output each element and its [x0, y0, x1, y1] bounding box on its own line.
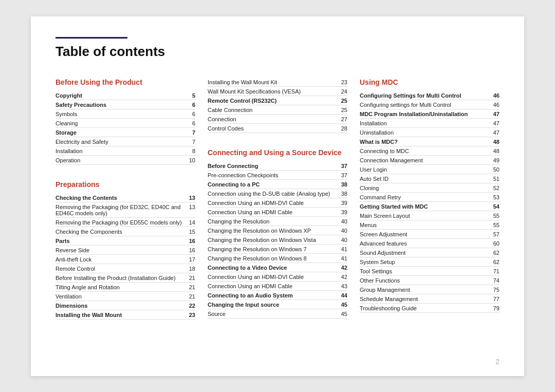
entry-label: Connecting to an Audio System	[208, 292, 337, 298]
toc-entry: Connecting to MDC48	[360, 147, 499, 156]
entry-num: 10	[185, 157, 195, 163]
toc-entry: Connecting to a Video Device42	[208, 264, 347, 272]
toc-entry: Storage7	[55, 128, 195, 137]
toc-entry: Operation10	[55, 156, 195, 165]
entry-num: 16	[185, 247, 195, 253]
entry-label: Installing the Wall Mount Kit	[208, 79, 337, 85]
cont-entries: Installing the Wall Mount Kit23Wall Moun…	[208, 78, 347, 133]
toc-entry: Schedule Management77	[360, 295, 499, 304]
entry-label: Parts	[55, 238, 185, 244]
entry-label: Menus	[360, 222, 489, 228]
toc-entry: Connecting to a PC38	[208, 180, 347, 189]
entry-num: 46	[489, 102, 499, 108]
toc-entry: Connecting to an Audio System44	[208, 291, 347, 300]
entry-num: 6	[185, 102, 195, 108]
entry-num: 71	[489, 268, 499, 274]
section-preparations: Preparations Checking the Contents13Remo…	[55, 180, 195, 320]
entry-label: Screen Adjustment	[360, 231, 489, 237]
entry-num: 41	[337, 246, 347, 252]
entry-label: Group Management	[360, 287, 489, 293]
entry-num: 23	[337, 79, 347, 85]
toc-entry: Troubleshooting Guide79	[360, 304, 499, 313]
toc-entry: Changing the Resolution on Windows 741	[208, 245, 347, 254]
entry-num: 51	[489, 176, 499, 182]
entry-label: Changing the Resolution on Windows 8	[208, 255, 337, 262]
toc-entry: Changing the Resolution on Windows 841	[208, 254, 347, 263]
toc-entry: Uninstallation47	[360, 128, 499, 137]
toc-entry: User Login50	[360, 165, 499, 174]
entry-label: Connection	[208, 116, 337, 122]
entry-num: 18	[185, 266, 195, 272]
entry-num: 37	[337, 172, 347, 178]
entry-num: 42	[337, 274, 347, 280]
entry-num: 75	[489, 287, 499, 293]
entry-num: 77	[489, 296, 499, 302]
toc-entry: Anti-theft Lock17	[55, 255, 195, 264]
entry-label: Anti-theft Lock	[55, 256, 185, 263]
page: Table of contents Before Using the Produ…	[31, 16, 524, 376]
entry-label: Installation	[360, 120, 489, 126]
toc-entry: Connection Management49	[360, 156, 499, 165]
entry-label: Advanced features	[360, 240, 489, 247]
entry-label: User Login	[360, 166, 489, 173]
toc-entry: Getting Started with MDC54	[360, 202, 499, 211]
toc-entry: Auto Set ID51	[360, 175, 499, 183]
entry-label: Sound Adjustment	[360, 250, 489, 256]
entry-label: Tool Settings	[360, 268, 489, 274]
toc-columns: Before Using the Product Copyright5Safet…	[55, 78, 499, 329]
toc-entry: Remote Control (RS232C)25	[208, 97, 347, 105]
entry-label: Connecting to MDC	[360, 148, 489, 154]
toc-entry: Other Functions74	[360, 276, 499, 285]
toc-entry: Screen Adjustment57	[360, 230, 499, 239]
entry-num: 48	[489, 139, 499, 145]
entry-num: 17	[185, 256, 195, 263]
entry-num: 62	[489, 259, 499, 265]
entry-num: 47	[489, 129, 499, 136]
toc-entry: Wall Mount Kit Specifications (VESA)24	[208, 87, 347, 96]
entry-label: Pre-connection Checkpoints	[208, 172, 337, 178]
entry-num: 21	[185, 275, 195, 281]
toc-entry: Configuring settings for Multi Control46	[360, 101, 499, 109]
toc-entry: Menus55	[360, 221, 499, 230]
entry-num: 44	[337, 292, 347, 298]
entry-label: Auto Set ID	[360, 176, 489, 182]
toc-entry: Reverse Side16	[55, 246, 195, 255]
toc-entry: Copyright5	[55, 91, 195, 100]
toc-entry: What is MDC?48	[360, 138, 499, 146]
toc-entry: Ventilation21	[55, 292, 195, 301]
toc-entry: Installing the Wall Mount23	[55, 311, 195, 320]
entry-label: Changing the Input source	[208, 302, 337, 308]
toc-entry: Installing the Wall Mount Kit23	[208, 78, 347, 87]
toc-entry: Command Retry53	[360, 193, 499, 202]
connecting-subsections: Before Connecting37Pre-connection Checkp…	[208, 162, 347, 319]
entry-num: 55	[489, 213, 499, 219]
entry-label: Checking the Components	[55, 229, 185, 235]
toc-entry: Changing the Input source45	[208, 301, 347, 309]
entry-num: 28	[337, 125, 347, 132]
entry-label: Configuring Settings for Multi Control	[360, 92, 489, 99]
entry-label: Before Connecting	[208, 163, 337, 169]
toc-entry: Electricity and Safety7	[55, 138, 195, 146]
toc-entry: Connection Using an HDMI-DVI Cable42	[208, 273, 347, 282]
entry-num: 38	[337, 181, 347, 188]
entry-label: Command Retry	[360, 194, 489, 200]
entry-label: Ventilation	[55, 293, 185, 300]
entry-label: Reverse Side	[55, 247, 185, 253]
entry-label: Operation	[55, 157, 185, 163]
entry-num: 46	[489, 92, 499, 99]
entry-num: 25	[337, 98, 347, 104]
entry-num: 22	[185, 303, 195, 309]
entry-label: Wall Mount Kit Specifications (VESA)	[208, 88, 337, 95]
entry-label: Changing the Resolution	[208, 218, 337, 225]
entry-label: Getting Started with MDC	[360, 203, 489, 210]
entry-label: Cleaning	[55, 120, 185, 126]
entry-num: 7	[185, 139, 195, 145]
title-bar	[55, 37, 127, 39]
entry-num: 40	[337, 218, 347, 225]
entry-num: 21	[185, 293, 195, 300]
section-continued: Installing the Wall Mount Kit23Wall Moun…	[208, 78, 347, 133]
toc-entry: Connection Using an HDMI Cable43	[208, 282, 347, 291]
col-3: Using MDC Configuring Settings for Multi…	[360, 78, 499, 329]
toc-entry: Cable Connection25	[208, 106, 347, 115]
toc-entry: Checking the Contents13	[55, 194, 195, 202]
